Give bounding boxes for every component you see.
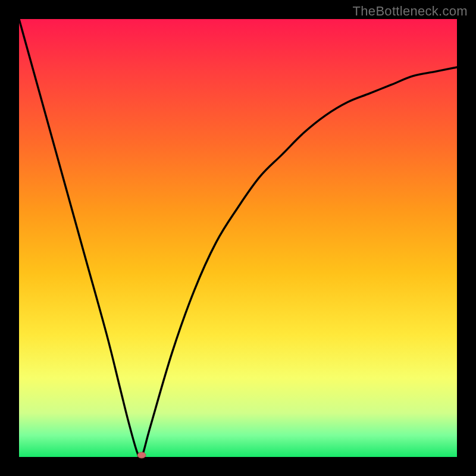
chart-frame: TheBottleneck.com bbox=[0, 0, 476, 476]
optimum-marker bbox=[137, 452, 146, 458]
watermark-text: TheBottleneck.com bbox=[353, 4, 468, 19]
plot-area bbox=[19, 19, 457, 457]
curve-path bbox=[19, 19, 457, 459]
bottleneck-curve bbox=[19, 19, 457, 457]
